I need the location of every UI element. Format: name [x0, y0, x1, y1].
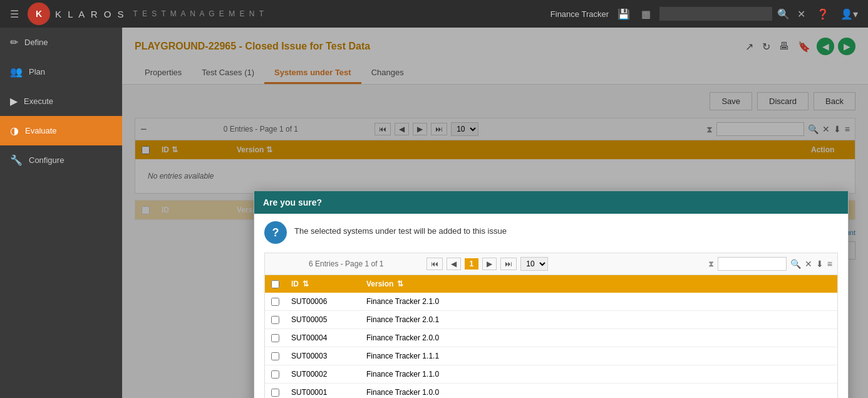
dialog-search-btn[interactable]: 🔍 — [790, 259, 801, 269]
dialog-export-btn[interactable]: ⬇ — [816, 259, 824, 269]
dialog-prev-page-btn[interactable]: ◀ — [447, 258, 461, 270]
row5-checkbox[interactable] — [271, 389, 279, 397]
table-row: SUT00003 Finance Tracker 1.1.1 — [265, 347, 837, 365]
confirm-dialog: Are you sure? ? The selected systems und… — [254, 191, 849, 398]
table-row: SUT00005 Finance Tracker 2.0.1 — [265, 311, 837, 329]
question-icon: ? — [264, 221, 287, 244]
table-row: SUT00002 Finance Tracker 1.1.0 — [265, 365, 837, 384]
dialog-page-size-select[interactable]: 1025 — [520, 257, 548, 271]
row0-version: Finance Tracker 2.1.0 — [360, 293, 837, 310]
search-input[interactable] — [659, 7, 772, 21]
dialog-first-page-btn[interactable]: ⏮ — [426, 258, 443, 270]
table-row: SUT00004 Finance Tracker 2.0.0 — [265, 329, 837, 347]
dialog-table-header: ID ⇅ Version ⇅ — [265, 275, 837, 293]
table-row: SUT00006 Finance Tracker 2.1.0 — [265, 293, 837, 311]
sidebar-item-execute[interactable]: ▶ Execute — [0, 86, 122, 116]
dialog-message-text: The selected systems under test will be … — [294, 221, 507, 236]
row5-version: Finance Tracker 1.0.0 — [360, 384, 837, 398]
dialog-next-page-btn[interactable]: ▶ — [482, 258, 497, 270]
row3-checkbox[interactable] — [271, 352, 279, 360]
project-name: Finance Tracker — [550, 9, 609, 19]
row3-id: SUT00003 — [285, 347, 360, 365]
dialog-body: ? The selected systems under test will b… — [254, 214, 848, 398]
dialog-current-page[interactable]: 1 — [465, 258, 479, 270]
sidebar: ✏ Define 👥 Plan ▶ Execute ◑ Evaluate 🔧 C… — [0, 28, 122, 398]
row4-checkbox[interactable] — [271, 370, 279, 379]
dialog-filter-icon: ⧗ — [708, 259, 714, 269]
define-icon: ✏ — [10, 36, 18, 48]
dialog-last-page-btn[interactable]: ⏭ — [500, 258, 517, 270]
top-navigation: ☰ K K L A R O S T E S T M A N A G E M E … — [0, 0, 868, 28]
brand-subtitle: T E S T M A N A G E M E N T — [133, 9, 265, 18]
execute-icon: ▶ — [10, 95, 18, 107]
sidebar-item-define[interactable]: ✏ Define — [0, 28, 122, 57]
row3-version: Finance Tracker 1.1.1 — [360, 347, 837, 365]
dialog-version-label: Version — [366, 280, 393, 288]
sidebar-label-plan: Plan — [29, 67, 45, 76]
dialog-filter-input[interactable] — [718, 257, 787, 271]
configure-icon: 🔧 — [10, 154, 23, 166]
clear-search-icon[interactable]: ✕ — [795, 6, 808, 23]
main-layout: ✏ Define 👥 Plan ▶ Execute ◑ Evaluate 🔧 C… — [0, 28, 868, 398]
sidebar-item-configure[interactable]: 🔧 Configure — [0, 145, 122, 175]
row4-version: Finance Tracker 1.1.0 — [360, 365, 837, 383]
dialog-table: ID ⇅ Version ⇅ SUT00006 Finance Tracker … — [264, 275, 838, 398]
help-icon[interactable]: ❓ — [814, 6, 832, 23]
evaluate-icon: ◑ — [10, 125, 19, 137]
menu-icon[interactable]: ☰ — [8, 6, 21, 23]
sidebar-label-execute: Execute — [24, 97, 53, 106]
row2-id: SUT00004 — [285, 329, 360, 347]
brand-name: K L A R O S — [55, 9, 125, 19]
dialog-title: Are you sure? — [263, 197, 322, 207]
row1-version: Finance Tracker 2.0.1 — [360, 311, 837, 328]
dialog-col-version[interactable]: Version ⇅ — [360, 275, 837, 293]
dialog-clear-filter-btn[interactable]: ✕ — [805, 259, 812, 269]
dialog-id-label: ID — [291, 280, 299, 288]
row3-checkbox-cell — [265, 347, 285, 365]
row5-id: SUT00001 — [285, 384, 360, 398]
dialog-col-checkbox — [265, 275, 285, 293]
plan-icon: 👥 — [10, 66, 23, 78]
sidebar-label-evaluate: Evaluate — [25, 126, 57, 135]
dialog-select-all-checkbox[interactable] — [271, 280, 279, 288]
row4-checkbox-cell — [265, 365, 285, 383]
row0-checkbox[interactable] — [271, 298, 279, 306]
grid-icon[interactable]: ▦ — [639, 6, 653, 23]
dialog-table-toolbar: 6 Entries - Page 1 of 1 ⏮ ◀ 1 ▶ ⏭ 1025 ⧗… — [264, 253, 838, 275]
row2-version: Finance Tracker 2.0.0 — [360, 329, 837, 347]
row2-checkbox[interactable] — [271, 334, 279, 342]
project-icon[interactable]: 💾 — [615, 6, 633, 23]
dialog-header: Are you sure? — [254, 191, 848, 214]
row4-id: SUT00002 — [285, 365, 360, 383]
sidebar-item-evaluate[interactable]: ◑ Evaluate — [0, 116, 122, 145]
row1-checkbox-cell — [265, 311, 285, 328]
search-icon[interactable]: 🔍 — [775, 6, 792, 23]
row5-checkbox-cell — [265, 384, 285, 398]
row0-checkbox-cell — [265, 293, 285, 310]
dialog-col-id[interactable]: ID ⇅ — [285, 275, 360, 293]
row1-checkbox[interactable] — [271, 316, 279, 324]
search-area: 🔍 ✕ — [659, 6, 808, 23]
row2-checkbox-cell — [265, 329, 285, 347]
sidebar-label-define: Define — [24, 38, 48, 47]
row1-id: SUT00005 — [285, 311, 360, 328]
dialog-pagination-info: 6 Entries - Page 1 of 1 — [270, 259, 423, 268]
main-content: PLAYGROUND-22965 - Closed Issue for Test… — [122, 28, 868, 398]
sidebar-label-configure: Configure — [29, 155, 64, 165]
row0-id: SUT00006 — [285, 293, 360, 310]
brand-logo-area: K K L A R O S T E S T M A N A G E M E N … — [28, 3, 265, 25]
sidebar-item-plan[interactable]: 👥 Plan — [0, 57, 122, 86]
brand-logo: K — [28, 3, 50, 25]
user-icon[interactable]: 👤▾ — [838, 6, 860, 23]
table-row: SUT00001 Finance Tracker 1.0.0 — [265, 384, 837, 398]
dialog-message-row: ? The selected systems under test will b… — [264, 221, 838, 244]
dialog-columns-btn[interactable]: ≡ — [827, 259, 832, 269]
